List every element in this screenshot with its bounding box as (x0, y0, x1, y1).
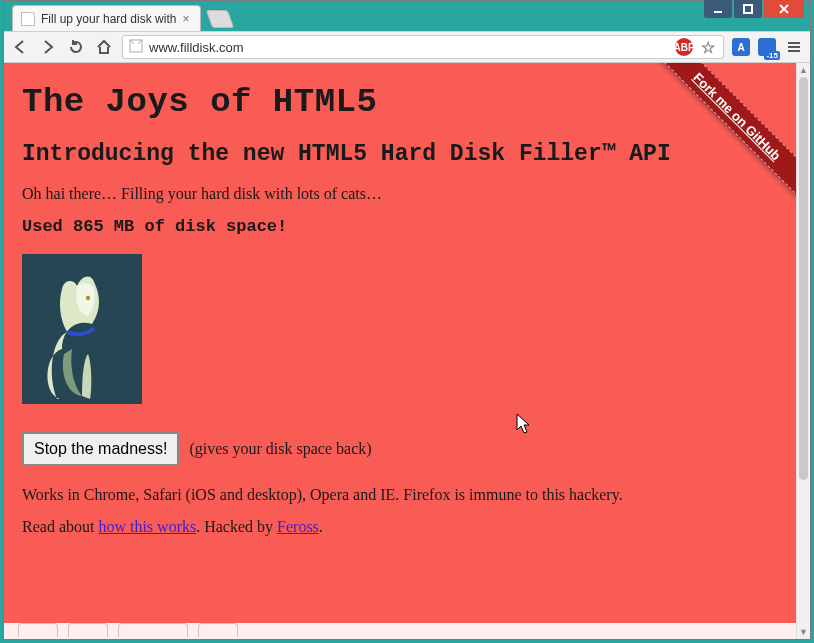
translate-extension-icon[interactable]: A (732, 38, 750, 56)
back-button[interactable] (10, 37, 30, 57)
stop-hint: (gives your disk space back) (189, 440, 371, 458)
page-subheading: Introducing the new HTML5 Hard Disk Fill… (22, 141, 778, 167)
extension-badge-count: -15 (764, 51, 780, 60)
used-space-text: Used 865 MB of disk space! (22, 217, 778, 236)
svg-rect-1 (744, 5, 752, 13)
used-space-value: 865 MB (73, 217, 134, 236)
cat-image (22, 254, 142, 404)
compat-text: Works in Chrome, Safari (iOS and desktop… (22, 486, 778, 504)
vertical-scrollbar[interactable]: ▲ ▼ (796, 63, 810, 639)
window-close-button[interactable] (764, 0, 804, 18)
page-heading: The Joys of HTML5 (22, 83, 778, 121)
svg-point-9 (86, 296, 90, 300)
adblock-icon[interactable]: ABP (675, 38, 693, 56)
tab-title: Fill up your hard disk with (41, 12, 176, 26)
reload-button[interactable] (66, 37, 86, 57)
bookmark-star-icon[interactable]: ☆ (699, 38, 717, 56)
forward-button[interactable] (38, 37, 58, 57)
window-minimize-button[interactable] (704, 0, 732, 18)
site-identity-icon (129, 39, 143, 56)
scroll-up-button[interactable]: ▲ (797, 63, 810, 77)
window-titlebar (702, 0, 806, 22)
scroll-thumb[interactable] (799, 77, 808, 480)
browser-menu-button[interactable] (784, 37, 804, 57)
stop-row: Stop the madness! (gives your disk space… (22, 432, 778, 466)
bottom-cutoff-bar (4, 623, 796, 639)
browser-chrome: Fill up your hard disk with × (3, 0, 811, 640)
svg-rect-8 (22, 254, 142, 404)
read-about-text: Read about how this works. Hacked by Fer… (22, 518, 778, 536)
home-button[interactable] (94, 37, 114, 57)
extension-badge-icon[interactable]: -15 (758, 38, 776, 56)
stop-button[interactable]: Stop the madness! (22, 432, 179, 466)
page-favicon-icon (21, 12, 35, 26)
browser-tab[interactable]: Fill up your hard disk with × (12, 5, 201, 31)
tab-close-button[interactable]: × (182, 14, 192, 24)
address-bar-url: www.filldisk.com (149, 40, 244, 55)
page-viewport: The Joys of HTML5 Introducing the new HT… (4, 63, 810, 639)
omnibox-actions: ABP ☆ (675, 38, 717, 56)
window-maximize-button[interactable] (734, 0, 762, 18)
author-link[interactable]: Feross (277, 518, 319, 535)
scroll-down-button[interactable]: ▼ (797, 625, 810, 639)
how-this-works-link[interactable]: how this works (98, 518, 196, 535)
browser-toolbar: www.filldisk.com ABP ☆ A -15 (4, 31, 810, 63)
tab-strip: Fill up your hard disk with × (4, 1, 810, 31)
window-frame: Fill up your hard disk with × (0, 0, 814, 643)
intro-text: Oh hai there… Filling your hard disk wit… (22, 185, 778, 203)
page-content: The Joys of HTML5 Introducing the new HT… (4, 63, 796, 639)
new-tab-button[interactable] (206, 10, 235, 28)
address-bar[interactable]: www.filldisk.com ABP ☆ (122, 35, 724, 59)
